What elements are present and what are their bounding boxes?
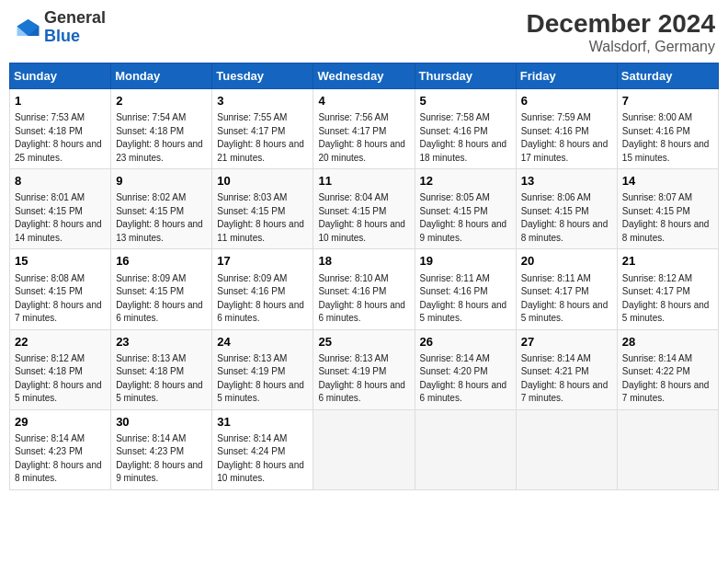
calendar-week-row: 8Sunrise: 8:01 AMSunset: 4:15 PMDaylight… xyxy=(10,169,719,249)
table-row: 25Sunrise: 8:13 AMSunset: 4:19 PMDayligh… xyxy=(313,329,415,409)
title-block: December 2024 Walsdorf, Germany xyxy=(527,9,715,55)
table-row: 22Sunrise: 8:12 AMSunset: 4:18 PMDayligh… xyxy=(10,329,111,409)
table-row: 14Sunrise: 8:07 AMSunset: 4:15 PMDayligh… xyxy=(617,169,718,249)
table-row: 3Sunrise: 7:55 AMSunset: 4:17 PMDaylight… xyxy=(212,89,313,169)
table-row: 2Sunrise: 7:54 AMSunset: 4:18 PMDaylight… xyxy=(111,89,212,169)
table-row: 8Sunrise: 8:01 AMSunset: 4:15 PMDaylight… xyxy=(10,169,111,249)
table-row: 31Sunrise: 8:14 AMSunset: 4:24 PMDayligh… xyxy=(212,409,313,489)
table-row: 24Sunrise: 8:13 AMSunset: 4:19 PMDayligh… xyxy=(212,329,313,409)
table-row: 28Sunrise: 8:14 AMSunset: 4:22 PMDayligh… xyxy=(617,329,718,409)
table-row: 19Sunrise: 8:11 AMSunset: 4:16 PMDayligh… xyxy=(415,249,516,329)
table-row: 9Sunrise: 8:02 AMSunset: 4:15 PMDaylight… xyxy=(111,169,212,249)
table-row: 23Sunrise: 8:13 AMSunset: 4:18 PMDayligh… xyxy=(111,329,212,409)
table-row: 17Sunrise: 8:09 AMSunset: 4:16 PMDayligh… xyxy=(212,249,313,329)
calendar-week-row: 29Sunrise: 8:14 AMSunset: 4:23 PMDayligh… xyxy=(10,409,719,489)
table-row: 16Sunrise: 8:09 AMSunset: 4:15 PMDayligh… xyxy=(111,249,212,329)
table-row: 7Sunrise: 8:00 AMSunset: 4:16 PMDaylight… xyxy=(617,89,718,169)
page-header: General Blue December 2024 Walsdorf, Ger… xyxy=(9,9,719,55)
table-row: 26Sunrise: 8:14 AMSunset: 4:20 PMDayligh… xyxy=(415,329,516,409)
calendar-week-row: 22Sunrise: 8:12 AMSunset: 4:18 PMDayligh… xyxy=(10,329,719,409)
table-row: 13Sunrise: 8:06 AMSunset: 4:15 PMDayligh… xyxy=(516,169,617,249)
header-monday: Monday xyxy=(111,63,212,89)
header-thursday: Thursday xyxy=(415,63,516,89)
table-row: 27Sunrise: 8:14 AMSunset: 4:21 PMDayligh… xyxy=(516,329,617,409)
logo: General Blue xyxy=(13,9,106,46)
table-row: 1Sunrise: 7:53 AMSunset: 4:18 PMDaylight… xyxy=(10,89,111,169)
calendar-table: Sunday Monday Tuesday Wednesday Thursday… xyxy=(9,63,719,490)
table-row: 29Sunrise: 8:14 AMSunset: 4:23 PMDayligh… xyxy=(10,409,111,489)
calendar-week-row: 15Sunrise: 8:08 AMSunset: 4:15 PMDayligh… xyxy=(10,249,719,329)
calendar-header-row: Sunday Monday Tuesday Wednesday Thursday… xyxy=(10,63,719,89)
table-row: 11Sunrise: 8:04 AMSunset: 4:15 PMDayligh… xyxy=(313,169,415,249)
logo-blue: Blue xyxy=(44,28,106,46)
calendar-week-row: 1Sunrise: 7:53 AMSunset: 4:18 PMDaylight… xyxy=(10,89,719,169)
header-wednesday: Wednesday xyxy=(313,63,415,89)
empty-cell xyxy=(415,409,516,489)
table-row: 12Sunrise: 8:05 AMSunset: 4:15 PMDayligh… xyxy=(415,169,516,249)
empty-cell xyxy=(516,409,617,489)
table-row: 5Sunrise: 7:58 AMSunset: 4:16 PMDaylight… xyxy=(415,89,516,169)
empty-cell xyxy=(313,409,415,489)
table-row: 10Sunrise: 8:03 AMSunset: 4:15 PMDayligh… xyxy=(212,169,313,249)
header-saturday: Saturday xyxy=(617,63,718,89)
table-row: 4Sunrise: 7:56 AMSunset: 4:17 PMDaylight… xyxy=(313,89,415,169)
header-tuesday: Tuesday xyxy=(212,63,313,89)
table-row: 21Sunrise: 8:12 AMSunset: 4:17 PMDayligh… xyxy=(617,249,718,329)
table-row: 6Sunrise: 7:59 AMSunset: 4:16 PMDaylight… xyxy=(516,89,617,169)
table-row: 15Sunrise: 8:08 AMSunset: 4:15 PMDayligh… xyxy=(10,249,111,329)
header-sunday: Sunday xyxy=(10,63,111,89)
logo-text: General Blue xyxy=(44,9,106,46)
empty-cell xyxy=(617,409,718,489)
table-row: 20Sunrise: 8:11 AMSunset: 4:17 PMDayligh… xyxy=(516,249,617,329)
page-title: December 2024 xyxy=(527,9,715,39)
header-friday: Friday xyxy=(516,63,617,89)
logo-icon xyxy=(13,14,40,41)
table-row: 18Sunrise: 8:10 AMSunset: 4:16 PMDayligh… xyxy=(313,249,415,329)
page-subtitle: Walsdorf, Germany xyxy=(527,39,715,55)
table-row: 30Sunrise: 8:14 AMSunset: 4:23 PMDayligh… xyxy=(111,409,212,489)
logo-general: General xyxy=(44,9,106,28)
